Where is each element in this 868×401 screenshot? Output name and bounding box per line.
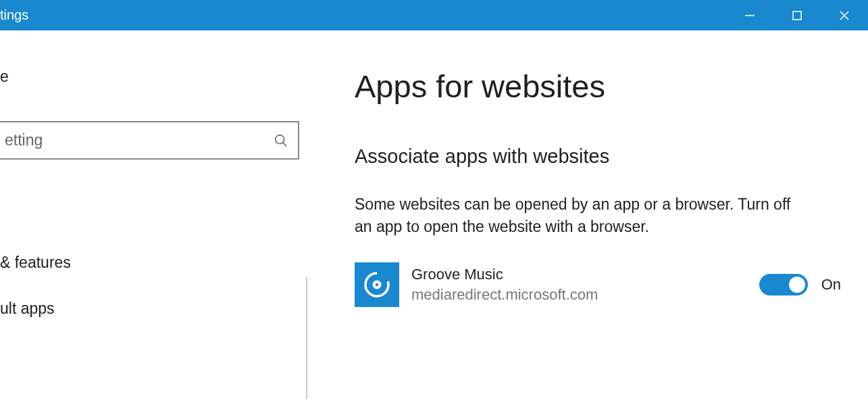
- app-name: Groove Music: [411, 266, 747, 283]
- sidebar-item-apps-features[interactable]: & features: [0, 239, 307, 285]
- minimize-icon: [744, 10, 755, 21]
- app-domain: mediaredirect.microsoft.com: [411, 286, 747, 304]
- sidebar: e & features ult apps: [0, 30, 307, 401]
- section-subheading: Associate apps with websites: [355, 145, 841, 168]
- app-info: Groove Music mediaredirect.microsoft.com: [411, 266, 747, 304]
- window-controls: [726, 0, 868, 30]
- page-title: Apps for websites: [355, 68, 841, 105]
- search-input[interactable]: [0, 121, 299, 160]
- main-panel: Apps for websites Associate apps with we…: [307, 30, 868, 401]
- svg-line-5: [283, 142, 287, 146]
- maximize-button[interactable]: [773, 0, 821, 30]
- svg-point-8: [376, 283, 378, 285]
- svg-point-4: [276, 135, 284, 143]
- content-area: e & features ult apps Apps for websites …: [0, 30, 868, 401]
- svg-rect-1: [793, 11, 801, 20]
- sidebar-item-default-apps[interactable]: ult apps: [0, 285, 307, 331]
- sidebar-divider: [306, 277, 307, 399]
- toggle-wrap: On: [759, 274, 841, 296]
- music-disc-icon: [362, 270, 392, 300]
- sidebar-item-label: & features: [0, 254, 71, 272]
- nav-list: & features ult apps: [0, 239, 307, 331]
- titlebar: tings: [0, 0, 868, 30]
- app-row: Groove Music mediaredirect.microsoft.com…: [355, 262, 841, 307]
- search-icon: [274, 133, 288, 148]
- search-wrap: [0, 121, 299, 160]
- app-toggle[interactable]: [759, 274, 808, 296]
- maximize-icon: [792, 11, 802, 20]
- toggle-knob: [789, 277, 805, 293]
- sidebar-item-label: ult apps: [0, 300, 55, 318]
- minimize-button[interactable]: [726, 0, 773, 30]
- toggle-state-label: On: [821, 276, 841, 293]
- window-title: tings: [0, 7, 28, 23]
- close-icon: [839, 10, 850, 21]
- section-description: Some websites can be opened by an app or…: [355, 193, 800, 239]
- close-button[interactable]: [821, 0, 868, 30]
- home-link[interactable]: e: [0, 68, 307, 86]
- groove-music-icon: [355, 262, 399, 307]
